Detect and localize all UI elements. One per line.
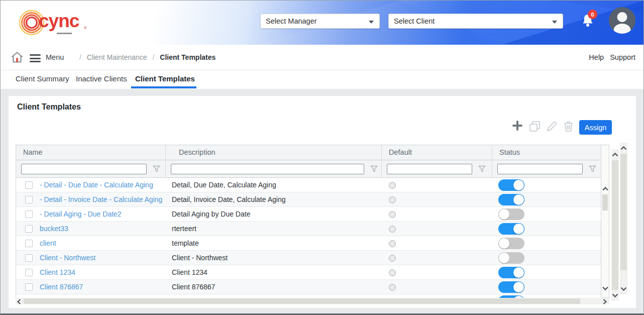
template-name-link[interactable]: - Detail - Due Date - Calculate Aging: [40, 181, 153, 189]
table-row: Client - Northwest Client - Northwest: [16, 251, 602, 265]
template-description: Client - Northwest: [172, 254, 228, 262]
pencil-icon: [546, 125, 558, 134]
column-header-default[interactable]: Default: [389, 148, 412, 156]
page-vertical-scrollbar[interactable]: [620, 143, 627, 294]
scroll-down-icon[interactable]: [620, 284, 627, 293]
template-name-link[interactable]: Client 876867: [40, 283, 83, 291]
edit-template-button[interactable]: [546, 121, 558, 134]
dropdown-caret-icon: [369, 21, 374, 24]
row-checkbox[interactable]: [25, 181, 33, 189]
row-checkbox[interactable]: [25, 283, 33, 291]
table-row: Client 1234 Client 1234: [16, 265, 602, 280]
row-checkbox[interactable]: [25, 269, 33, 276]
row-checkbox[interactable]: [25, 225, 33, 233]
default-filter-input[interactable]: [387, 164, 472, 174]
grid-vertical-scrollbar[interactable]: [601, 145, 609, 297]
notifications-button[interactable]: 0: [581, 13, 599, 31]
template-description: rterteert: [172, 225, 196, 233]
template-name-link[interactable]: client: [40, 239, 56, 247]
copy-template-button[interactable]: [529, 121, 541, 134]
column-header-description[interactable]: Description: [179, 148, 216, 156]
hamburger-menu-icon[interactable]: [30, 54, 41, 64]
scroll-left-icon[interactable]: [17, 298, 22, 307]
template-name-link[interactable]: - Detail - Invoice Date - Calculate Agin…: [40, 195, 162, 203]
support-link[interactable]: Support: [610, 53, 635, 61]
select-client-dropdown[interactable]: Select Client: [388, 14, 563, 29]
template-name-link[interactable]: bucket33: [40, 225, 68, 233]
row-checkbox[interactable]: [25, 254, 33, 262]
filter-icon[interactable]: [589, 165, 596, 174]
scroll-up-icon[interactable]: [602, 184, 609, 193]
add-template-button[interactable]: [512, 121, 522, 133]
row-checkbox[interactable]: [25, 196, 33, 203]
row-checkbox[interactable]: [25, 240, 33, 247]
tab-client-summary[interactable]: Client Summary: [16, 74, 69, 83]
help-link[interactable]: Help: [589, 53, 604, 61]
delete-template-button[interactable]: [563, 121, 574, 134]
template-name-link[interactable]: Client 1234: [40, 268, 75, 276]
notification-badge: 0: [588, 10, 597, 19]
table-row: - Detail Aging - Due Date2 Detail Aging …: [16, 207, 602, 222]
name-filter-input[interactable]: [21, 164, 147, 174]
app-window: cync ® Select Manager Select Client 0: [0, 0, 644, 315]
scroll-down-icon[interactable]: [602, 284, 609, 293]
filter-icon[interactable]: [370, 165, 378, 174]
breadcrumb-item-client-maintenance[interactable]: Client Maintenance: [87, 53, 147, 61]
dropdown-caret-icon: [552, 21, 557, 24]
default-radio[interactable]: [389, 182, 396, 189]
template-description: Detail Aging by Due Date: [172, 210, 250, 218]
scroll-up-icon[interactable]: [611, 150, 619, 159]
status-toggle[interactable]: [498, 194, 524, 205]
default-radio[interactable]: [389, 211, 396, 218]
status-filter-input[interactable]: [497, 164, 583, 174]
default-radio[interactable]: [389, 226, 396, 233]
status-toggle[interactable]: [498, 252, 524, 264]
status-toggle[interactable]: [498, 281, 524, 293]
column-header-name[interactable]: Name: [23, 148, 43, 156]
menu-label[interactable]: Menu: [46, 53, 64, 61]
status-toggle[interactable]: [498, 267, 524, 278]
scroll-right-icon[interactable]: [602, 298, 607, 307]
scrollbar-thumb[interactable]: [612, 160, 618, 290]
templates-grid: Name Description Default Status: [16, 145, 609, 298]
grid-header-row: Name Description Default Status: [16, 145, 602, 160]
logo-text: cync: [39, 11, 79, 32]
tab-client-templates[interactable]: Client Templates: [135, 74, 195, 83]
status-toggle[interactable]: [498, 223, 524, 235]
cync-logo[interactable]: cync ®: [18, 9, 98, 38]
scroll-up-icon[interactable]: [620, 144, 627, 153]
template-description: Detail, Invoice Date, Calculate Aging: [172, 195, 285, 203]
filter-icon[interactable]: [478, 165, 486, 174]
scroll-down-icon[interactable]: [611, 291, 619, 300]
template-name-link[interactable]: - Detail Aging - Due Date2: [40, 210, 122, 218]
status-toggle[interactable]: [498, 238, 524, 249]
template-name-link[interactable]: Client - Northwest: [40, 254, 95, 262]
status-toggle[interactable]: [498, 208, 524, 220]
select-manager-dropdown[interactable]: Select Manager: [260, 14, 380, 29]
filter-icon[interactable]: [153, 165, 160, 174]
user-avatar[interactable]: [609, 7, 635, 34]
table-row: - Detail - Due Date - Calculate Aging De…: [16, 178, 602, 192]
default-radio[interactable]: [389, 284, 396, 291]
panel-vertical-scrollbar[interactable]: [611, 149, 619, 301]
description-filter-input[interactable]: [171, 164, 364, 174]
default-radio[interactable]: [389, 240, 396, 247]
default-radio[interactable]: [389, 269, 396, 276]
row-checkbox[interactable]: [25, 211, 33, 218]
tabs-bar: Client Summary Inactive Clients Client T…: [1, 70, 643, 89]
default-radio[interactable]: [389, 196, 396, 203]
column-header-status[interactable]: Status: [499, 148, 520, 156]
copy-icon: [529, 125, 541, 134]
template-description: Client 876867: [172, 283, 215, 291]
grid-horizontal-scrollbar[interactable]: [16, 298, 609, 304]
assign-button[interactable]: Assign: [579, 120, 612, 135]
status-toggle[interactable]: [498, 179, 524, 191]
scrollbar-thumb[interactable]: [620, 154, 627, 270]
table-row: client template: [16, 236, 602, 251]
default-radio[interactable]: [389, 255, 396, 262]
home-button[interactable]: [11, 51, 24, 66]
tab-inactive-clients[interactable]: Inactive Clients: [76, 74, 127, 83]
scrollbar-thumb[interactable]: [24, 298, 580, 304]
active-tab-indicator: [131, 86, 196, 88]
scrollbar-thumb[interactable]: [602, 194, 608, 211]
